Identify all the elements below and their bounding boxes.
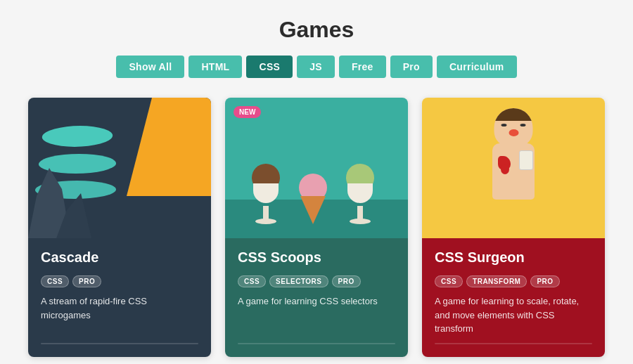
cascade-orange-shape xyxy=(127,98,211,196)
card-cascade-desc: A stream of rapid-fire CSS microgames xyxy=(41,294,198,322)
card-cascade-body: Cascade CSS PRO A stream of rapid-fire C… xyxy=(28,238,211,357)
card-surgeon-desc: A game for learning to scale, rotate, an… xyxy=(435,294,592,336)
card-surgeon-image xyxy=(422,98,605,238)
surgeon-nose xyxy=(509,129,518,136)
card-cascade-image xyxy=(28,98,211,238)
cup-base-1 xyxy=(255,219,276,224)
card-scoops-title: CSS Scoops xyxy=(238,249,395,266)
card-cascade-tags: CSS PRO xyxy=(41,275,198,287)
card-scoops-divider xyxy=(238,343,395,344)
card-scoops-image: NEW xyxy=(225,98,408,238)
tag-pro-surgeon: PRO xyxy=(530,275,559,287)
tag-transform-surgeon: TRANSFORM xyxy=(466,275,527,287)
card-css-scoops[interactable]: NEW xyxy=(225,98,408,357)
icecream-3 xyxy=(346,164,374,224)
filter-free[interactable]: Free xyxy=(339,56,386,78)
card-cascade[interactable]: Cascade CSS PRO A stream of rapid-fire C… xyxy=(28,98,211,357)
card-scoops-body: CSS Scoops CSS SELECTORS PRO A game for … xyxy=(225,238,408,357)
card-surgeon-divider xyxy=(435,343,592,344)
tag-css-scoops: CSS xyxy=(238,275,266,287)
cup-base-3 xyxy=(350,219,371,224)
surgeon-blood2 xyxy=(501,164,509,174)
card-css-surgeon[interactable]: CSS Surgeon CSS TRANSFORM PRO A game for… xyxy=(422,98,605,357)
card-scoops-desc: A game for learning CSS selectors xyxy=(238,294,395,308)
filter-show-all[interactable]: Show All xyxy=(116,56,184,78)
surgeon-hair xyxy=(494,108,533,121)
surgeon-bandage xyxy=(519,150,533,170)
card-cascade-divider xyxy=(41,343,198,344)
card-surgeon-title: CSS Surgeon xyxy=(435,249,592,266)
surgeon-body xyxy=(492,143,535,200)
tag-css-cascade: CSS xyxy=(41,275,69,287)
page-wrapper: Games Show All HTML CSS JS Free Pro Curr… xyxy=(0,0,633,364)
cone-body xyxy=(300,196,326,224)
filter-bar: Show All HTML CSS JS Free Pro Curriculum xyxy=(28,56,605,78)
filter-html[interactable]: HTML xyxy=(188,56,242,78)
surgeon-figure xyxy=(482,108,545,235)
tag-pro-scoops: PRO xyxy=(332,275,361,287)
card-cascade-title: Cascade xyxy=(41,249,198,266)
filter-css[interactable]: CSS xyxy=(246,56,293,78)
filter-js[interactable]: JS xyxy=(297,56,335,78)
surgeon-eye-right xyxy=(520,124,526,126)
tag-css-surgeon: CSS xyxy=(435,275,463,287)
tag-pro-cascade: PRO xyxy=(72,275,101,287)
cup-stem-1 xyxy=(263,206,269,220)
cascade-wave1 xyxy=(39,126,115,147)
card-surgeon-body: CSS Surgeon CSS TRANSFORM PRO A game for… xyxy=(422,238,605,357)
cards-container: Cascade CSS PRO A stream of rapid-fire C… xyxy=(28,98,605,357)
icecream-2 xyxy=(299,174,327,224)
tag-selectors-scoops: SELECTORS xyxy=(269,275,328,287)
cup-body-3 xyxy=(347,183,373,203)
cup-stem-3 xyxy=(357,206,363,220)
filter-pro[interactable]: Pro xyxy=(390,56,433,78)
new-badge: NEW xyxy=(234,106,261,118)
surgeon-head xyxy=(494,108,533,147)
page-title: Games xyxy=(28,17,605,43)
cup-body-1 xyxy=(253,183,279,203)
card-surgeon-tags: CSS TRANSFORM PRO xyxy=(435,275,592,287)
surgeon-eye-left xyxy=(501,124,507,126)
card-scoops-tags: CSS SELECTORS PRO xyxy=(238,275,395,287)
icecream-1 xyxy=(252,164,280,224)
filter-curriculum[interactable]: Curriculum xyxy=(437,56,517,78)
